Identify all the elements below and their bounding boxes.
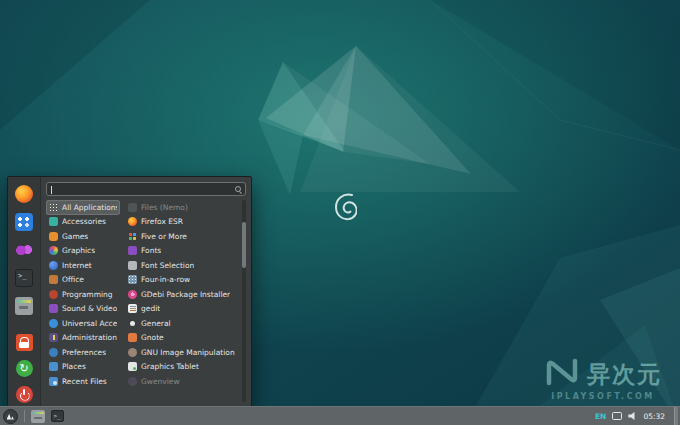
- app-four-in-a-row[interactable]: Four-in-a-row: [125, 273, 238, 288]
- lock-screen-icon[interactable]: [16, 334, 33, 351]
- category-sound-video[interactable]: Sound & Video: [46, 302, 120, 317]
- category-office[interactable]: Office: [46, 273, 120, 288]
- app-label: Five or More: [141, 232, 187, 241]
- gedit-icon: [128, 304, 137, 313]
- category-label: Graphics: [62, 246, 95, 255]
- app-label: GNU Image Manipulation Program: [141, 348, 235, 357]
- menu-favorites-column: [8, 177, 41, 406]
- universal-access-icon: [49, 319, 58, 328]
- scrollbar-thumb[interactable]: [242, 222, 246, 268]
- app-gimp[interactable]: GNU Image Manipulation Program: [125, 345, 238, 360]
- app-gdebi[interactable]: GDebi Package Installer: [125, 287, 238, 302]
- display-tray-icon[interactable]: [612, 412, 622, 420]
- taskbar-separator: [24, 410, 25, 422]
- recent-files-icon: [49, 377, 58, 386]
- app-label: Firefox ESR: [141, 217, 183, 226]
- files-nemo-icon: [128, 203, 137, 212]
- gdebi-icon: [128, 290, 137, 299]
- app-graphics-tablet[interactable]: Graphics Tablet: [125, 360, 238, 375]
- font-selection-icon: [128, 261, 137, 270]
- category-list: All Applications Accessories Games Graph…: [46, 200, 120, 402]
- menu-button[interactable]: [3, 409, 18, 424]
- category-games[interactable]: Games: [46, 229, 120, 244]
- debian-swirl-icon: [333, 192, 357, 222]
- session-buttons: [16, 325, 33, 403]
- graphics-tablet-icon: [128, 362, 137, 371]
- category-label: Places: [62, 362, 86, 371]
- app-firefox-esr[interactable]: Firefox ESR: [125, 215, 238, 230]
- category-internet[interactable]: Internet: [46, 258, 120, 273]
- gwenview-icon: [128, 377, 137, 386]
- five-or-more-icon: [128, 232, 137, 241]
- sound-video-icon: [49, 304, 58, 313]
- games-icon: [49, 232, 58, 241]
- app-gedit[interactable]: gedit: [125, 302, 238, 317]
- general-icon: [130, 321, 135, 326]
- graphics-icon: [49, 246, 58, 255]
- app-font-selection[interactable]: Font Selection: [125, 258, 238, 273]
- app-five-or-more[interactable]: Five or More: [125, 229, 238, 244]
- category-universal-access[interactable]: Universal Access: [46, 316, 120, 331]
- blue-dice-app-icon[interactable]: [15, 213, 33, 231]
- search-icon: [235, 186, 241, 192]
- app-list-scrollbar[interactable]: [242, 200, 246, 402]
- terminal-icon[interactable]: [15, 269, 33, 287]
- category-label: Sound & Video: [62, 304, 117, 313]
- search-input[interactable]: [47, 183, 245, 195]
- file-archive-icon[interactable]: [15, 297, 33, 315]
- category-label: All Applications: [62, 203, 117, 212]
- keyboard-layout-indicator[interactable]: EN: [595, 412, 606, 421]
- category-label: Internet: [62, 261, 92, 270]
- app-label: Gnote: [141, 333, 164, 342]
- category-graphics[interactable]: Graphics: [46, 244, 120, 259]
- fonts-icon: [128, 246, 137, 255]
- clock[interactable]: 05:32: [643, 412, 665, 421]
- search-bar: [46, 182, 246, 196]
- category-places[interactable]: Places: [46, 360, 120, 375]
- shutdown-icon[interactable]: [16, 386, 33, 403]
- terminal-launcher-icon[interactable]: [51, 410, 64, 422]
- category-label: Programming: [62, 290, 113, 299]
- purple-dots-app-icon[interactable]: [15, 241, 33, 259]
- programming-icon: [49, 290, 58, 299]
- category-administration[interactable]: Administration: [46, 331, 120, 346]
- app-gwenview[interactable]: Gwenview: [125, 374, 238, 389]
- accessories-icon: [49, 217, 58, 226]
- firefox-icon[interactable]: [15, 185, 33, 203]
- category-all-applications[interactable]: All Applications: [46, 200, 120, 215]
- office-icon: [49, 275, 58, 284]
- log-out-icon[interactable]: [16, 360, 33, 377]
- category-label: Recent Files: [62, 377, 107, 386]
- show-desktop-button[interactable]: [674, 407, 678, 425]
- category-programming[interactable]: Programming: [46, 287, 120, 302]
- app-gnote[interactable]: Gnote: [125, 331, 238, 346]
- app-label: Gwenview: [141, 377, 180, 386]
- all-applications-icon: [49, 203, 58, 212]
- category-label: Accessories: [62, 217, 106, 226]
- app-general[interactable]: General: [125, 316, 238, 331]
- file-manager-launcher-icon[interactable]: [31, 410, 45, 423]
- gnote-icon: [128, 333, 137, 342]
- app-files-nemo[interactable]: Files (Nemo): [125, 200, 238, 215]
- application-menu: All Applications Accessories Games Graph…: [7, 176, 252, 407]
- app-fonts[interactable]: Fonts: [125, 244, 238, 259]
- app-label: Four-in-a-row: [141, 275, 190, 284]
- category-label: Preferences: [62, 348, 106, 357]
- app-label: Fonts: [141, 246, 161, 255]
- taskbar: EN 05:32: [0, 406, 680, 425]
- category-label: Games: [62, 232, 88, 241]
- category-label: Administration: [62, 333, 117, 342]
- four-in-a-row-icon: [128, 275, 137, 284]
- preferences-icon: [49, 348, 58, 357]
- category-recent-files[interactable]: Recent Files: [46, 374, 120, 389]
- category-preferences[interactable]: Preferences: [46, 345, 120, 360]
- volume-icon[interactable]: [628, 412, 637, 421]
- category-label: Universal Access: [62, 319, 117, 328]
- internet-icon: [49, 261, 58, 270]
- category-accessories[interactable]: Accessories: [46, 215, 120, 230]
- app-label: General: [141, 319, 171, 328]
- app-label: Font Selection: [141, 261, 194, 270]
- app-label: gedit: [141, 304, 160, 313]
- administration-icon: [49, 333, 58, 342]
- places-icon: [49, 362, 58, 371]
